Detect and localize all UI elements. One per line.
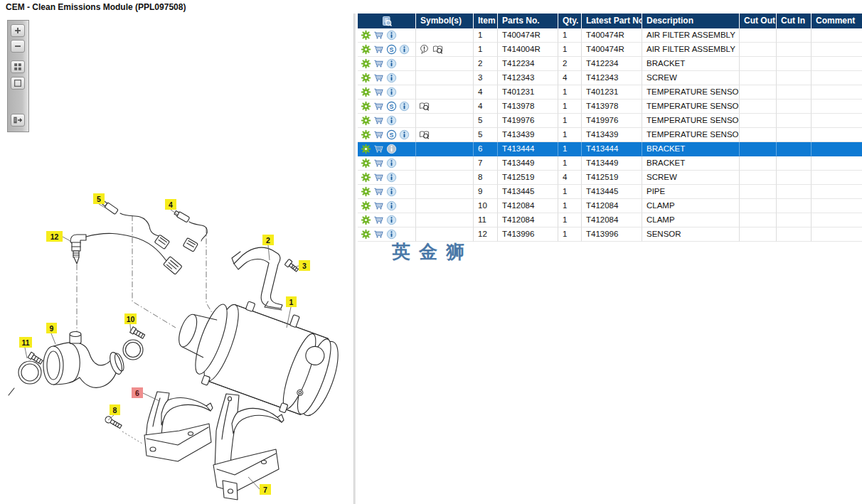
part-bracket-7[interactable] bbox=[213, 394, 284, 500]
column-header-symbols[interactable]: Symbol(s) bbox=[416, 14, 474, 28]
tile-view-button[interactable] bbox=[11, 60, 25, 73]
info-icon[interactable] bbox=[386, 229, 397, 240]
cart-icon[interactable] bbox=[373, 44, 384, 55]
cart-icon[interactable] bbox=[373, 58, 384, 69]
gear-icon[interactable] bbox=[361, 129, 371, 140]
table-row[interactable]: 4T4139781T413978TEMPERATURE SENSOR bbox=[358, 100, 862, 114]
column-header-description[interactable]: Description bbox=[642, 14, 740, 28]
gear-icon[interactable] bbox=[361, 158, 371, 168]
cart-icon[interactable] bbox=[373, 229, 384, 240]
info-icon[interactable] bbox=[386, 200, 397, 211]
gear-icon[interactable] bbox=[361, 229, 371, 240]
gear-icon[interactable] bbox=[361, 101, 371, 112]
gear-icon[interactable] bbox=[361, 172, 371, 183]
gear-icon[interactable] bbox=[361, 215, 371, 225]
table-row[interactable]: 5T4134391T413439TEMPERATURE SENSOR bbox=[358, 128, 862, 142]
table-row[interactable]: 4T4012311T401231TEMPERATURE SENSOR bbox=[358, 85, 862, 100]
cart-icon[interactable] bbox=[373, 129, 384, 140]
info-icon[interactable] bbox=[386, 186, 397, 197]
cart-icon[interactable] bbox=[373, 215, 384, 225]
splitter[interactable] bbox=[353, 14, 356, 504]
info-icon[interactable] bbox=[399, 44, 410, 55]
column-header-actions[interactable] bbox=[358, 14, 416, 28]
cart-icon[interactable] bbox=[373, 73, 384, 83]
cell-cut-out bbox=[740, 114, 777, 128]
book-magnifier-icon[interactable] bbox=[432, 44, 443, 55]
parts-diagram[interactable]: 123456789101112 bbox=[0, 14, 353, 504]
cell-actions bbox=[358, 171, 416, 185]
part-sensor-5[interactable] bbox=[102, 200, 170, 250]
info-icon[interactable] bbox=[386, 73, 397, 83]
gear-icon[interactable] bbox=[361, 186, 371, 197]
info-icon[interactable] bbox=[386, 30, 397, 41]
note-icon[interactable] bbox=[419, 44, 430, 55]
info-icon[interactable] bbox=[386, 215, 397, 225]
table-row[interactable]: 3T4123434T412343SCREW bbox=[358, 71, 862, 85]
info-icon[interactable] bbox=[386, 144, 397, 154]
part-clamp-10[interactable] bbox=[123, 327, 145, 360]
info-icon[interactable] bbox=[399, 129, 410, 140]
table-row[interactable]: 9T4134451T413445PIPE bbox=[358, 185, 862, 199]
s-icon[interactable] bbox=[386, 101, 397, 112]
info-icon[interactable] bbox=[386, 158, 397, 168]
column-header-cut-in[interactable]: Cut In bbox=[777, 14, 812, 28]
part-screw-8[interactable] bbox=[104, 415, 142, 444]
gear-icon[interactable] bbox=[361, 58, 371, 69]
part-bracket-strap[interactable] bbox=[232, 247, 282, 310]
diagram-pane[interactable]: 123456789101112 bbox=[0, 14, 353, 504]
cart-icon[interactable] bbox=[373, 158, 384, 168]
fit-view-button[interactable] bbox=[11, 77, 25, 90]
gear-icon[interactable] bbox=[361, 73, 371, 83]
gear-icon[interactable] bbox=[361, 115, 371, 126]
table-row[interactable]: 5T4199761T419976TEMPERATURE SENSOR bbox=[358, 114, 862, 128]
table-row[interactable]: 7T4134491T413449BRACKET bbox=[358, 156, 862, 171]
gear-icon[interactable] bbox=[361, 200, 371, 211]
cart-icon[interactable] bbox=[373, 200, 384, 211]
cart-icon[interactable] bbox=[373, 115, 384, 126]
toggle-panel-button[interactable] bbox=[11, 114, 25, 127]
cell-comment bbox=[812, 213, 862, 227]
cell-cut-in bbox=[777, 85, 812, 100]
table-row[interactable]: 2T4122342T412234BRACKET bbox=[358, 57, 862, 71]
column-header-comment[interactable]: Comment bbox=[812, 14, 862, 28]
gear-icon[interactable] bbox=[361, 144, 371, 154]
info-icon[interactable] bbox=[386, 115, 397, 126]
table-row[interactable]: 10T4120841T412084CLAMP bbox=[358, 199, 862, 213]
part-clamp-11[interactable] bbox=[9, 352, 43, 395]
column-header-latest-part-no[interactable]: Latest Part No. bbox=[582, 14, 642, 28]
cell-item: 5 bbox=[474, 128, 498, 142]
cart-icon[interactable] bbox=[373, 101, 384, 112]
table-row[interactable]: 11T4120841T412084CLAMP bbox=[358, 213, 862, 227]
table-row[interactable]: 8T4125194T412519SCREW bbox=[358, 171, 862, 185]
book-magnifier-icon[interactable] bbox=[419, 101, 430, 112]
table-row[interactable]: 1T414004R1T400474RAIR FILTER ASSEMBLY bbox=[358, 43, 862, 57]
part-sensor-4[interactable] bbox=[174, 210, 207, 252]
part-bracket-6[interactable] bbox=[144, 392, 213, 461]
s-icon[interactable] bbox=[386, 129, 397, 140]
column-header-item[interactable]: Item bbox=[474, 14, 498, 28]
gear-icon[interactable] bbox=[361, 44, 371, 55]
gear-icon[interactable] bbox=[361, 87, 371, 97]
cart-icon[interactable] bbox=[373, 30, 384, 41]
cart-icon[interactable] bbox=[373, 87, 384, 97]
info-icon[interactable] bbox=[399, 101, 410, 112]
gear-icon[interactable] bbox=[361, 30, 371, 41]
cart-icon[interactable] bbox=[373, 172, 384, 183]
info-icon[interactable] bbox=[386, 58, 397, 69]
table-row[interactable]: 1T400474R1T400474RAIR FILTER ASSEMBLY bbox=[358, 28, 862, 43]
cart-icon[interactable] bbox=[373, 186, 384, 197]
part-elbow-pipe[interactable] bbox=[43, 332, 126, 388]
table-row[interactable]: 6T4134441T413444BRACKET bbox=[358, 142, 862, 156]
column-header-cut-out[interactable]: Cut Out bbox=[740, 14, 777, 28]
info-icon[interactable] bbox=[386, 172, 397, 183]
s-icon[interactable] bbox=[386, 44, 397, 55]
book-magnifier-icon[interactable] bbox=[419, 129, 430, 140]
column-header-parts-no[interactable]: Parts No. bbox=[498, 14, 558, 28]
zoom-in-button[interactable] bbox=[11, 24, 25, 37]
column-header-qty[interactable]: Qty. bbox=[558, 14, 582, 28]
cell-item: 4 bbox=[474, 100, 498, 114]
cell-parts-no: T401231 bbox=[498, 85, 558, 100]
cart-icon[interactable] bbox=[373, 144, 384, 154]
info-icon[interactable] bbox=[386, 87, 397, 97]
zoom-out-button[interactable] bbox=[11, 40, 25, 53]
